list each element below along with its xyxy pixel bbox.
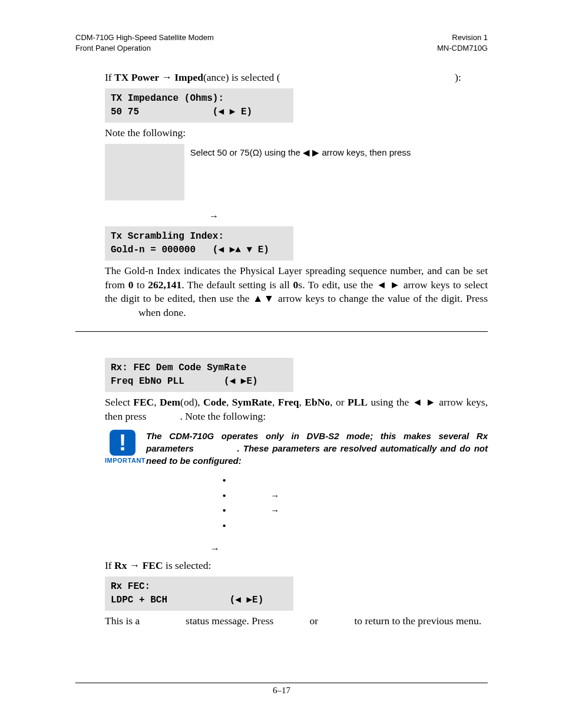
lcd-tx-impedance: TX Impedance (Ohms): 50 75 (◀ ▶ E)	[105, 88, 293, 123]
cell-50-75-desc: Select 50 or 75(Ω) using the ◀ ▶ arrow k…	[184, 144, 488, 172]
header-right-2: MN-CDM710G	[437, 43, 488, 54]
divider	[75, 331, 488, 332]
intro-line: If TX Power → Imped(ance) is selected (a…	[105, 71, 488, 85]
page-number: 6–17	[273, 686, 290, 695]
cell-50-75	[105, 144, 184, 172]
important-text: The CDM-710G operates only in DVB-S2 mod…	[146, 430, 488, 467]
rx-fec-if: If Rx → FEC is selected:	[105, 559, 488, 573]
important-icon: ! IMPORTANT	[105, 430, 140, 467]
status-line: This is a read-only status message. Pres…	[105, 614, 488, 629]
section-rx-fec: 6.2.1.1.2.1Config: Rx → FEC	[105, 543, 488, 554]
impedance-table: Select 50 or 75(Ω) using the ◀ ▶ arrow k…	[105, 144, 488, 200]
important-note: ! IMPORTANT The CDM-710G operates only i…	[105, 430, 488, 467]
page-footer: 6–17	[75, 683, 488, 696]
lcd-rx-fec: Rx FEC: LDPC + BCH (◀ ▶E)	[105, 577, 293, 611]
header-right-1: Revision 1	[437, 32, 488, 43]
cell-blank	[105, 172, 184, 200]
rx-select-para: Select FEC, Dem(od), Code, SymRate, Freq…	[105, 396, 488, 424]
header-left-1: CDM-710G High-Speed Satellite Modem	[75, 32, 214, 43]
section-rx: 6.2.1.1.2Config: Rx (Receive)	[105, 342, 488, 353]
section-scram: 6.2.1.1.1.8Config: Tx → Scram (Scramblin…	[105, 211, 488, 222]
readonly-bullets: Rx FEC Rx Dem → Spectrum Inversion Rx De…	[223, 473, 488, 533]
header-left-2: Front Panel Operation	[75, 43, 214, 54]
lcd-rx-menu: Rx: FEC Dem Code SymRate Freq EbNo PLL (…	[105, 358, 293, 392]
lcd-tx-scrambling: Tx Scrambling Index: Gold-n = 000000 (◀ …	[105, 226, 293, 261]
page-header: CDM-710G High-Speed Satellite Modem Fron…	[75, 32, 488, 53]
goldn-para: The Gold-n Index indicates the Physical …	[105, 264, 488, 321]
note-following: Note the following:	[105, 126, 488, 140]
